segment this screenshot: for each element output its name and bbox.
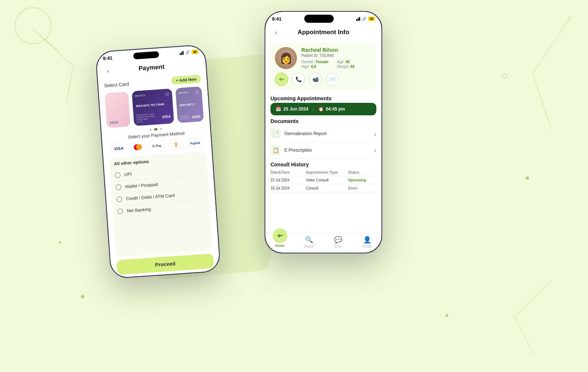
doc-name-1: Dermabrasion Report (284, 131, 370, 136)
mastercard-payment-icon[interactable] (130, 141, 146, 153)
age-stat: Age: 46 (337, 60, 372, 64)
consult-status-1: Upcoming (348, 178, 376, 182)
right-phone-screen: 9:41 🔗 32 ‹ Appointment Info (265, 12, 381, 253)
health-action-btn[interactable] (275, 73, 288, 86)
message-action-btn[interactable]: ✉️ (326, 73, 339, 86)
left-dynamic-island (133, 51, 159, 59)
signal-bar-3 (182, 51, 184, 55)
appointment-screen: 👩 Racheal Bilson Patient ID: 7363495 Gen… (265, 40, 381, 253)
heartbeat-nav-icon (277, 232, 283, 239)
download-icon-1[interactable]: ↓ (374, 131, 376, 137)
upi-radio[interactable] (115, 172, 121, 178)
gender-label: Gender: (301, 60, 316, 64)
doc-icon-2: 📋 (270, 145, 281, 155)
nfc-icon: ))) (165, 91, 169, 96)
consult-date-2: 18 Jul 2024 (270, 186, 306, 190)
bitcoin-payment-icon[interactable]: ₿ (168, 139, 184, 150)
wallet-radio[interactable] (115, 184, 122, 190)
nav-chat[interactable]: 💬 Chat (323, 236, 352, 248)
visa-logo-dark-2: VISA (192, 114, 201, 119)
paypal-payment-icon[interactable]: PayPal (187, 137, 203, 149)
appt-date-text: 25 Jun 2024 (283, 106, 308, 112)
dot-3 (160, 128, 162, 130)
signal-bar-2 (181, 52, 182, 55)
search-nav-icon: 🔍 (305, 236, 313, 244)
dot-1 (150, 129, 152, 131)
card-radio[interactable] (116, 196, 122, 202)
clock-icon: ⏰ (318, 106, 324, 112)
left-phone: 9:41 🔗 32 ‹ Payment Select Card + Add (95, 44, 221, 279)
wallet-label: Wallet / Postpaid (125, 182, 158, 189)
card2-brand: WAVEY (178, 91, 189, 94)
call-action-btn[interactable]: 📞 (292, 73, 305, 86)
card2-nfc: ))) (195, 90, 199, 94)
visa-text: VISA (114, 146, 123, 151)
card2-holder: Brooklyn Simmons (180, 115, 192, 120)
svg-line-0 (33, 29, 74, 66)
left-phone-screen: 9:41 🔗 32 ‹ Payment Select Card + Add (96, 45, 220, 278)
col-type: Appointment Type (306, 170, 348, 174)
appt-separator: | (313, 107, 314, 111)
left-status-icons: 🔗 32 (179, 49, 198, 55)
nav-home[interactable]: Home (265, 236, 294, 248)
card-dark-main[interactable]: WAVEY ))) 4024 0071 7677 8545 Card Holde… (132, 89, 174, 126)
avatar-image: 👩 (275, 47, 297, 69)
add-new-button[interactable]: + Add New (171, 75, 201, 85)
right-phone: 9:41 🔗 32 ‹ Appointment Info (265, 11, 382, 253)
consult-row-1: 23 Jul 2024 Video Consult Upcoming (270, 176, 376, 184)
patient-name: Racheal Bilson (301, 47, 372, 53)
right-back-button[interactable]: ‹ (271, 27, 282, 37)
high-value: 6,9 (311, 65, 316, 69)
gpay-payment-icon[interactable]: G Pay (149, 140, 165, 152)
right-time: 9:41 (272, 16, 282, 22)
svg-point-5 (568, 17, 571, 20)
right-battery: 32 (368, 17, 375, 21)
netbanking-radio[interactable] (117, 208, 123, 214)
bg-lines-bottom-right (478, 262, 588, 372)
col-datetime: Date&Time (270, 170, 306, 174)
card-bottom-row: Card Holder name Brooklyn Simmons Expiry… (136, 112, 171, 123)
appointment-badge: 📅 25 Jun 2024 | ⏰ 04:45 pm (270, 103, 376, 115)
left-battery: 32 (191, 50, 198, 54)
profile-nav-icon: 👤 (363, 236, 371, 244)
documents-title: Documents (265, 115, 381, 126)
video-action-btn[interactable]: 📹 (309, 73, 322, 86)
svg-line-3 (533, 18, 570, 73)
nav-profile[interactable]: 👤 Profile (352, 236, 381, 248)
right-status-bar: 9:41 🔗 32 (265, 12, 381, 24)
heartbeat-icon (279, 76, 284, 82)
signal-bars (179, 51, 184, 55)
card2-top: WAVEY ))) (178, 90, 199, 95)
appointment-time: ⏰ 04:45 pm (318, 106, 345, 112)
spacer (265, 192, 381, 232)
wifi-icon: 🔗 (185, 50, 190, 55)
patient-action-icons: 📞 📹 ✉️ (275, 73, 372, 86)
home-nav-icon (273, 228, 287, 243)
other-options-box: All other options UPI Wallet / Postpaid … (109, 151, 213, 257)
right-screen-title: Appointment Info (282, 29, 365, 36)
upi-label: UPI (124, 171, 132, 177)
consult-type-2: Consult (306, 186, 348, 190)
card2-number: 4024 0071 7 (179, 102, 200, 107)
gpay-text: G Pay (152, 144, 162, 148)
svg-line-1 (66, 66, 74, 103)
consult-table-header: Date&Time Appointment Type Status (270, 169, 376, 176)
bg-dot-4 (445, 314, 448, 317)
gender-stat: Gender: Female (301, 60, 336, 64)
visa-logo-dark: VISA (162, 114, 171, 119)
proceed-button[interactable]: Proceed (116, 253, 214, 275)
visa-payment-icon[interactable]: VISA (111, 143, 127, 154)
gender-value: Female (316, 60, 328, 64)
bg-dot-3 (526, 176, 529, 180)
doc-name-2: E Prescription (284, 148, 370, 153)
patient-id: Patient ID: 7363495 (301, 54, 372, 58)
nav-search[interactable]: 🔍 Search (294, 236, 323, 248)
doc-row-2: 📋 E Prescription ↓ (265, 142, 381, 159)
left-back-button[interactable]: ‹ (103, 65, 114, 76)
consult-row-2: 18 Jul 2024 Consult Done (270, 184, 376, 192)
download-icon-2[interactable]: ↓ (374, 147, 376, 153)
appt-time-text: 04:45 pm (326, 106, 345, 112)
patient-stats: Gender: Female Age: 46 High: 6,9 (301, 60, 372, 69)
right-signal (356, 17, 360, 21)
card-label: Credit / Debit / ATM Card (126, 193, 175, 201)
